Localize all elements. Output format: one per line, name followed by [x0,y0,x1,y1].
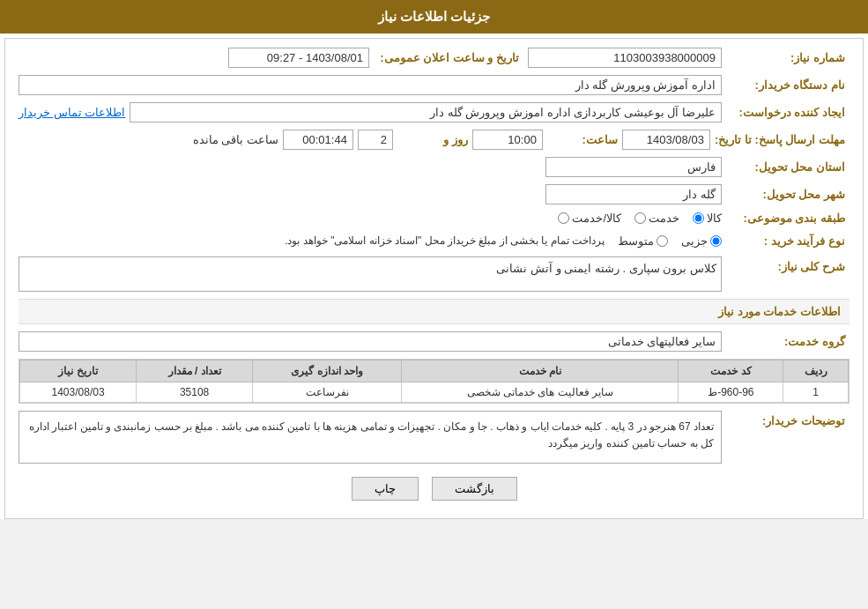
radio-khadamat-label: خدمت [649,212,679,225]
page-header: جزئیات اطلاعات نیاز [0,0,868,33]
radio-kala-khadamat-label: کالا/خدمت [572,212,621,225]
cell-nam: سایر فعالیت های خدماتی شخصی [402,382,679,403]
cell-tedad: 35108 [137,382,253,403]
shomara-niaz-label: شماره نیاز: [726,51,849,64]
mohlat-label: مهلت ارسال پاسخ: تا تاریخ: [715,133,849,146]
radio-kala-khadamat[interactable]: کالا/خدمت [558,212,621,225]
khadamat-section-title: اطلاعات خدمات مورد نیاز [19,299,849,324]
radio-khadamat-input[interactable] [634,212,646,224]
radio-jozi-input[interactable] [710,235,722,247]
ostan-value: فارس [545,157,722,177]
radio-motevaset-input[interactable] [657,235,668,247]
col-tarikh: تاریخ نیاز [20,360,137,382]
noe-farayand-label: نوع فرآیند خرید : [726,234,849,248]
back-button[interactable]: بازگشت [432,477,517,501]
services-table: ردیف کد خدمت نام خدمت واحد اندازه گیری ت… [19,359,849,404]
shomara-niaz-value: 1103003938000009 [528,48,722,68]
cell-kod: 960-96-ط [679,382,783,403]
col-tedad: تعداد / مقدار [137,360,253,382]
cell-radif: 1 [783,382,849,403]
mohlat-saat: 10:00 [472,130,543,150]
print-button[interactable]: چاپ [352,477,419,501]
cell-vahed: نفرساعت [253,382,402,403]
tosif-value: تعداد 67 هنرجو در 3 پایه . کلیه خدمات ای… [19,411,722,464]
mohlat-saat-label: ساعت: [547,133,618,146]
radio-kala-input[interactable] [693,212,704,224]
gorooh-label: گروه خدمت: [726,335,849,348]
ijad-konande-value: علیرضا آل بوعیشی کاربردازی اداره اموزش و… [130,102,722,123]
mohlat-baqi-label: ساعت باقی مانده [193,133,278,146]
noe-note: پرداخت تمام یا بخشی از مبلغ خریداز محل "… [285,232,605,249]
radio-jozi[interactable]: جزیی [681,234,722,248]
radio-motevaset[interactable]: متوسط [618,234,668,248]
table-row: 1960-96-طسایر فعالیت های خدماتی شخصینفرس… [20,382,849,403]
button-group: بازگشت چاپ [19,477,849,501]
radio-kala-label: کالا [707,212,722,225]
sharh-label: شرح کلی نیاز: [726,256,849,273]
mohlat-rooz: 2 [358,130,393,150]
col-kod: کد خدمت [679,360,783,382]
shahr-label: شهر محل تحویل: [726,188,849,201]
mohlat-rooz-label: روز و [397,133,468,146]
cell-tarikh: 1403/08/03 [20,382,137,403]
page-title: جزئیات اطلاعات نیاز [378,9,490,24]
gorooh-value: سایر فعالیتهای خدماتی [19,331,722,352]
col-nam: نام خدمت [402,360,679,382]
ostan-label: استان محل تحویل: [726,160,849,174]
col-vahed: واحد اندازه گیری [253,360,402,382]
radio-kala[interactable]: کالا [693,212,722,225]
radio-jozi-label: جزیی [681,234,708,248]
shahr-value: گله دار [545,184,722,204]
tarikh-value: 1403/08/01 - 09:27 [228,48,369,68]
sharh-value: کلاس برون سپاری . رشته ایمنی و آتش نشانی [19,256,722,292]
radio-motevaset-label: متوسط [618,234,654,248]
nam-dastgah-label: نام دستگاه خریدار: [726,78,849,92]
ijad-konande-label: ایجاد کننده درخواست: [726,106,849,119]
mohlat-countdown: 00:01:44 [283,130,353,150]
mohlat-date: 1403/08/03 [622,130,710,150]
radio-kala-khadamat-input[interactable] [558,212,569,224]
ijad-konande-link[interactable]: اطلاعات تماس خریدار [19,106,125,119]
col-radif: ردیف [783,360,849,382]
tosif-label: توضیحات خریدار: [726,411,849,427]
tabaqe-label: طبقه بندی موضوعی: [726,212,849,225]
nam-dastgah-value: اداره آموزش وپرورش گله دار [19,75,722,95]
tarikh-label: تاریخ و ساعت اعلان عمومی: [374,51,523,64]
radio-khadamat[interactable]: خدمت [634,212,679,225]
